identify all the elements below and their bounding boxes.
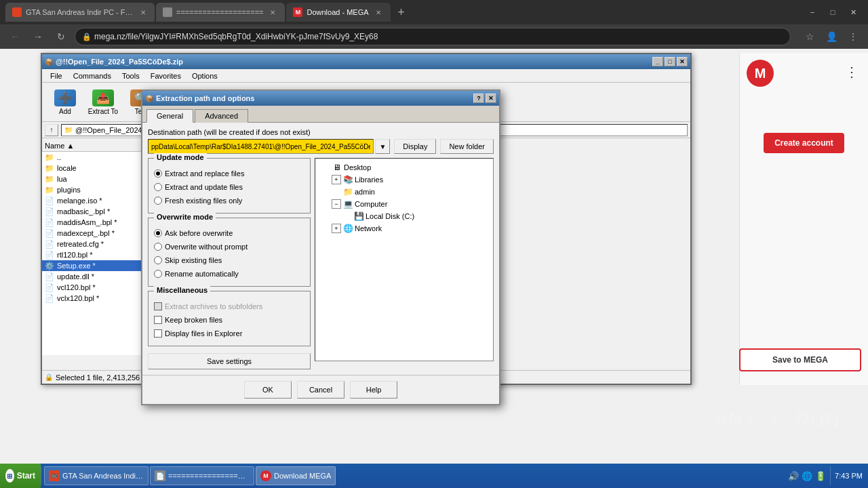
menu-tools[interactable]: Tools [117, 70, 145, 81]
tray-network-icon[interactable]: 🌐 [802, 471, 812, 481]
winrar-close[interactable]: ✕ [677, 57, 688, 66]
tree-item[interactable]: 💾 Local Disk (C:) [318, 210, 490, 222]
toolbar-extract[interactable]: 📤 Extract To [85, 86, 121, 119]
tree-toggle[interactable]: + [332, 224, 341, 233]
start-button[interactable]: ⊞ Start [0, 464, 41, 488]
radio-extract-replace[interactable]: Extract and replace files [154, 167, 304, 180]
winrar-title-icon: 📦 [45, 58, 53, 66]
radio-overwrite-prompt[interactable]: Overwrite without prompt [154, 240, 304, 253]
taskbar-label-0: GTA San Andreas Indir PC - Full Tür... [62, 472, 144, 480]
radio-extract-update-btn[interactable] [154, 183, 162, 191]
minimize-button[interactable]: − [803, 3, 822, 22]
file-name: .. [57, 153, 61, 161]
tree-toggle[interactable]: − [332, 199, 341, 209]
radio-rename-auto[interactable]: Rename automatically [154, 267, 304, 281]
winrar-title: @!!Open_File_2024_Pa5SCöDe$.zip [53, 58, 652, 66]
tree-item[interactable]: 🖥 Desktop [318, 161, 490, 174]
tab-close-mega[interactable]: ✕ [373, 7, 384, 18]
profile-icon[interactable]: 👤 [822, 27, 841, 46]
tree-item[interactable]: − 💻 Computer [318, 198, 490, 210]
refresh-button[interactable]: ↻ [52, 27, 71, 46]
up-button[interactable]: ↑ [45, 124, 58, 136]
tree-item[interactable]: 📁 admin [318, 186, 490, 198]
radio-fresh-existing-btn[interactable] [154, 197, 162, 205]
dialog-close-btn[interactable]: ✕ [486, 94, 496, 103]
menu-options[interactable]: Options [186, 70, 223, 81]
checkbox-keep-broken-label: Keep broken files [165, 316, 222, 324]
radio-fresh-existing[interactable]: Fresh existing files only [154, 194, 304, 207]
new-tab-button[interactable]: + [392, 3, 411, 22]
radio-extract-replace-btn[interactable] [154, 169, 162, 178]
anyrun-logo-icon [763, 407, 790, 434]
file-icon: 📄 [45, 240, 54, 249]
tab-gta[interactable]: GTA San Andreas Indir PC - Full Tür... ✕ [5, 3, 155, 22]
close-button[interactable]: ✕ [844, 3, 863, 22]
menu-favorites[interactable]: Favorites [145, 70, 186, 81]
maximize-button[interactable]: □ [823, 3, 842, 22]
ok-button[interactable]: OK [244, 381, 292, 399]
radio-extract-update[interactable]: Extract and update files [154, 180, 304, 194]
help-button[interactable]: Help [350, 381, 397, 399]
browse-button[interactable]: ▼ [375, 139, 390, 154]
checkbox-display-explorer-box[interactable] [154, 329, 162, 338]
col-name[interactable]: Name ▲ [42, 140, 151, 151]
radio-extract-update-label: Extract and update files [165, 183, 243, 191]
file-name: vclx120.bpl * [57, 294, 99, 302]
tab-equals[interactable]: ==================== ✕ [156, 3, 285, 22]
dialog-help-btn[interactable]: ? [473, 94, 484, 103]
winrar-restore[interactable]: □ [665, 57, 675, 66]
tab-mega[interactable]: M Download - MEGA ✕ [286, 3, 390, 22]
radio-ask-overwrite[interactable]: Ask before overwrite [154, 226, 304, 240]
bookmark-icon[interactable]: ☆ [800, 27, 819, 46]
cancel-button[interactable]: Cancel [297, 381, 344, 399]
radio-ask-overwrite-btn[interactable] [154, 229, 162, 237]
toolbar-add[interactable]: ➕ Add [47, 86, 83, 119]
tab-close-equals[interactable]: ✕ [267, 7, 278, 18]
menu-file[interactable]: File [45, 70, 68, 81]
save-to-mega-button[interactable]: Save to MEGA [739, 348, 861, 371]
dialog-titlebar: 📦 Extraction path and options ? ✕ [142, 91, 499, 106]
dialog-icon: 📦 [145, 95, 153, 102]
tree-view[interactable]: 🖥 Desktop + 📚 Libraries 📁 admin − 💻 Comp… [315, 158, 494, 361]
radio-overwrite-prompt-label: Overwrite without prompt [165, 243, 248, 251]
forward-button[interactable]: → [28, 27, 47, 46]
tree-item[interactable]: + 🌐 Network [318, 222, 490, 235]
dialog-right-col: 🖥 Desktop + 📚 Libraries 📁 admin − 💻 Comp… [315, 158, 494, 369]
mega-more-button[interactable]: ⋮ [842, 62, 861, 81]
back-button[interactable]: ← [5, 27, 24, 46]
display-button[interactable]: Display [394, 139, 436, 154]
checkbox-extract-subfolders[interactable]: Extract archives to subfolders [154, 300, 304, 313]
file-name-cell: 📄 rtl120.bpl * [42, 251, 151, 260]
radio-rename-auto-btn[interactable] [154, 270, 162, 278]
checkbox-extract-subfolders-box[interactable] [154, 302, 162, 310]
tree-folder-icon: 📁 [342, 186, 353, 197]
taskbar-item-1[interactable]: 📄 ==================== [150, 466, 254, 485]
checkbox-display-explorer[interactable]: Display files in Explorer [154, 327, 304, 340]
winrar-minimize[interactable]: _ [652, 57, 663, 66]
anyrun-text: ANY [715, 409, 758, 431]
tree-item[interactable]: + 📚 Libraries [318, 174, 490, 186]
save-settings-button[interactable]: Save settings [148, 353, 311, 369]
taskbar-item-2[interactable]: M Download MEGA [256, 466, 336, 485]
tab-close-gta[interactable]: ✕ [138, 7, 148, 18]
new-folder-button[interactable]: New folder [440, 139, 494, 154]
dest-path-input[interactable] [148, 139, 374, 154]
radio-skip-existing-btn[interactable] [154, 256, 162, 264]
radio-rename-auto-label: Rename automatically [165, 270, 239, 278]
tray-battery-icon[interactable]: 🔋 [815, 471, 826, 481]
tray-sound-icon[interactable]: 🔊 [788, 471, 799, 481]
tree-label: Computer [355, 200, 387, 208]
radio-skip-existing[interactable]: Skip existing files [154, 253, 304, 267]
create-account-button[interactable]: Create account [764, 133, 844, 153]
menu-icon[interactable]: ⋮ [844, 27, 863, 46]
tree-toggle[interactable]: + [332, 175, 341, 184]
tab-advanced[interactable]: Advanced [195, 109, 248, 123]
checkbox-keep-broken-box[interactable] [154, 316, 162, 324]
taskbar-item-0[interactable]: 🎮 GTA San Andreas Indir PC - Full Tür... [44, 466, 149, 485]
file-name: maddisAsm_.bpl * [57, 218, 117, 226]
radio-overwrite-prompt-btn[interactable] [154, 243, 162, 251]
menu-commands[interactable]: Commands [68, 70, 117, 81]
checkbox-keep-broken[interactable]: Keep broken files [154, 313, 304, 327]
tab-general[interactable]: General [146, 109, 193, 123]
address-box[interactable]: 🔒 mega.nz/file/YilgwJYI#RMXhSed5qbRgT0d_… [75, 28, 791, 45]
